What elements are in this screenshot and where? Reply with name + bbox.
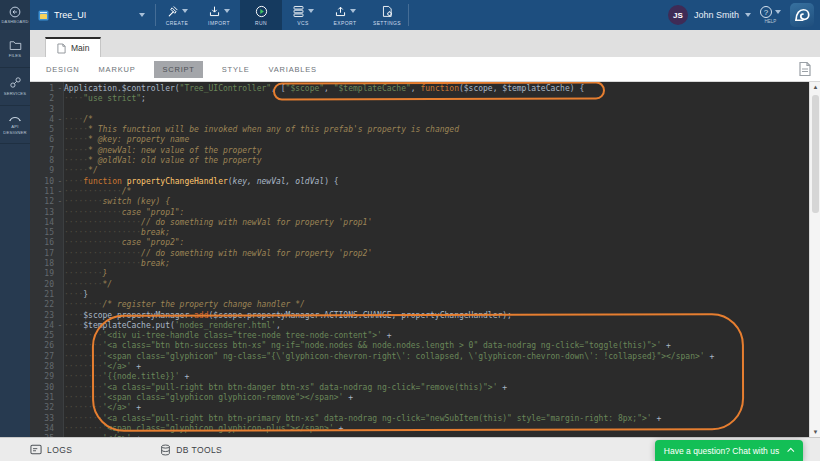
chevron-down-icon <box>745 13 751 17</box>
tab-variables[interactable]: VARIABLES <box>269 65 317 74</box>
code-lines: 1-Application.$controller("Tree_UIContro… <box>30 84 714 437</box>
create-button[interactable]: CREATE <box>156 0 198 30</box>
chevron-down-icon <box>139 13 145 17</box>
code-editor[interactable]: 1-Application.$controller("Tree_UIContro… <box>30 82 820 437</box>
subtab-bar: DESIGN MARKUP SCRIPT STYLE VARIABLES <box>30 57 820 82</box>
tab-strip: Main <box>30 30 820 57</box>
import-button[interactable]: IMPORT <box>198 0 240 30</box>
divider <box>408 4 409 26</box>
sidebar-item-files[interactable]: FILES <box>0 30 30 68</box>
vcs-stack-icon <box>292 5 305 18</box>
user-menu[interactable]: JS John Smith <box>668 5 751 25</box>
vcs-label: VCS <box>297 20 308 26</box>
help-button[interactable]: ? HELP <box>760 6 781 24</box>
tab-main[interactable]: Main <box>45 37 101 57</box>
tab-main-label: Main <box>71 43 89 53</box>
user-name: John Smith <box>694 10 739 20</box>
file-action-button[interactable] <box>798 61 812 77</box>
logs-icon <box>30 444 42 455</box>
run-play-icon <box>255 5 268 18</box>
wave-icon <box>793 6 811 24</box>
files-label: FILES <box>9 53 22 59</box>
sidebar-item-services[interactable]: SERVICES <box>0 68 30 106</box>
help-icon: ? <box>760 6 772 18</box>
scroll-down-arrow[interactable]: ▼ <box>810 427 820 437</box>
avatar: JS <box>668 5 688 25</box>
chat-label: Have a question? Chat with us <box>664 446 779 456</box>
project-name: Tree_UI <box>54 10 86 20</box>
chevron-down-icon <box>350 9 356 13</box>
back-circle-icon <box>9 6 21 18</box>
chat-widget-button[interactable]: Have a question? Chat with us <box>655 440 803 461</box>
logs-button[interactable]: LOGS <box>30 444 72 455</box>
database-icon <box>160 444 171 456</box>
file-icon <box>798 61 812 77</box>
project-icon <box>38 10 49 21</box>
dashboard-label: DASHBOARD <box>1 19 28 24</box>
vcs-button[interactable]: VCS <box>282 0 324 30</box>
import-icon <box>208 5 221 18</box>
tab-script[interactable]: SCRIPT <box>154 61 202 78</box>
import-label: IMPORT <box>208 20 230 26</box>
chevron-down-icon <box>182 9 188 13</box>
tab-design[interactable]: DESIGN <box>46 65 80 74</box>
link-icon <box>9 76 22 89</box>
chevron-up-icon <box>787 448 794 455</box>
settings-doc-gear-icon <box>381 5 394 18</box>
left-sidebar: FILES SERVICES API DESIGNER <box>0 30 30 437</box>
hammer-icon <box>166 5 179 18</box>
chevron-down-icon <box>775 10 781 14</box>
chevron-down-icon <box>308 9 314 13</box>
folder-icon <box>9 39 22 51</box>
services-label: SERVICES <box>4 91 27 97</box>
settings-label: SETTINGS <box>373 20 401 26</box>
create-label: CREATE <box>166 20 188 26</box>
chevron-down-icon <box>224 9 230 13</box>
wavemaker-logo[interactable] <box>790 3 814 27</box>
project-selector[interactable]: Tree_UI <box>30 0 155 30</box>
settings-button[interactable]: SETTINGS <box>366 0 408 30</box>
logs-label: LOGS <box>47 445 72 455</box>
export-button[interactable]: EXPORT <box>324 0 366 30</box>
db-tools-label: DB TOOLS <box>176 445 222 455</box>
db-tools-button[interactable]: DB TOOLS <box>160 444 222 456</box>
scrollbar-thumb[interactable] <box>812 95 819 213</box>
run-button[interactable]: RUN <box>240 0 282 30</box>
run-label: RUN <box>255 20 267 26</box>
scroll-up-arrow[interactable]: ▲ <box>810 82 820 92</box>
help-label: HELP <box>765 19 777 24</box>
dashboard-button[interactable]: DASHBOARD <box>0 0 30 30</box>
api-designer-label: API DESIGNER <box>0 124 30 136</box>
arc-icon <box>8 113 22 122</box>
export-icon <box>334 5 347 18</box>
sidebar-item-api-designer[interactable]: API DESIGNER <box>0 106 30 144</box>
top-bar: DASHBOARD Tree_UI CREATE IMPORT RUN VCS <box>0 0 820 30</box>
export-label: EXPORT <box>334 20 357 26</box>
document-icon <box>57 43 66 54</box>
tab-markup[interactable]: MARKUP <box>99 65 136 74</box>
editor-scrollbar[interactable]: ▲ ▼ <box>809 82 820 437</box>
tab-style[interactable]: STYLE <box>222 65 250 74</box>
